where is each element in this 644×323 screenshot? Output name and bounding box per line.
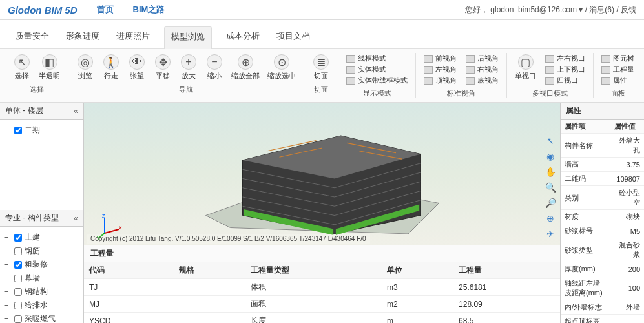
prop-row: 轴线距左墙皮距离(mm)100 <box>561 276 644 300</box>
mode-icon <box>601 55 610 63</box>
fly-icon[interactable]: ✈ <box>545 228 556 240</box>
tree-粗装修[interactable]: +粗装修 <box>4 258 79 271</box>
header-right: 您好， glodon_bim5d@126.com ▾ / 消息(6) / 反馈 <box>465 5 636 16</box>
tree-checkbox[interactable] <box>14 288 22 296</box>
tool-icon: 🚶 <box>103 54 119 70</box>
tool-放大[interactable]: +放大 <box>177 53 200 82</box>
tool-icon: ≣ <box>313 54 329 70</box>
mode-icon <box>466 77 475 85</box>
single-viewport-button[interactable]: ▢ 单视口 <box>512 53 539 82</box>
nav-bim-road[interactable]: BIM之路 <box>133 4 165 16</box>
expand-icon[interactable]: + <box>4 233 12 242</box>
expand-icon[interactable]: + <box>4 260 12 269</box>
orbit-icon[interactable]: ◉ <box>545 151 556 162</box>
tree-checkbox[interactable] <box>14 302 22 309</box>
tree-给排水[interactable]: +给排水 <box>4 298 79 312</box>
svg-line-21 <box>105 229 119 233</box>
user-menu[interactable]: glodon_bim5d@126.com ▾ <box>490 5 583 14</box>
tree-二期[interactable]: +二期 <box>4 123 79 137</box>
expand-icon[interactable]: + <box>4 274 12 283</box>
mode-线框模式[interactable]: 线框模式 <box>344 53 410 64</box>
tree-钢结构[interactable]: +钢结构 <box>4 285 79 298</box>
zoomin-icon[interactable]: 🔍 <box>545 182 556 193</box>
expand-icon[interactable]: + <box>4 301 12 310</box>
tree-checkbox[interactable] <box>14 275 22 282</box>
subnav-2[interactable]: 进度照片 <box>114 26 152 48</box>
qty-col: 规格 <box>174 262 245 279</box>
qty-col: 单位 <box>382 262 453 279</box>
expand-icon[interactable]: + <box>4 247 12 256</box>
mode-右视角[interactable]: 右视角 <box>463 64 501 75</box>
mode-工程量[interactable]: 工程量 <box>599 64 637 75</box>
expand-icon[interactable]: + <box>4 287 12 297</box>
tool-缩放全部[interactable]: ⊕缩放全部 <box>229 53 262 82</box>
subnav-5[interactable]: 项目文档 <box>274 26 313 48</box>
table-row[interactable]: YSCD长度m68.5 <box>84 313 560 324</box>
collapse-icon[interactable]: « <box>74 214 78 223</box>
tool-半透明[interactable]: ◧半透明 <box>36 53 63 82</box>
group-select: ↖选择◧半透明 选择 <box>5 53 68 98</box>
hand-icon[interactable]: ✋ <box>545 166 556 178</box>
tree-checkbox[interactable] <box>14 247 22 255</box>
table-row[interactable]: TJ体积m325.6181 <box>84 279 560 296</box>
tool-行走[interactable]: 🚶行走 <box>99 53 123 82</box>
tool-选择[interactable]: ↖选择 <box>10 53 34 82</box>
mode-图元树[interactable]: 图元树 <box>599 53 637 64</box>
subnav-4[interactable]: 成本分析 <box>223 26 262 48</box>
tree-checkbox[interactable] <box>14 234 22 242</box>
mode-顶视角[interactable]: 顶视角 <box>421 75 459 86</box>
tool-平移[interactable]: ✥平移 <box>151 53 174 82</box>
mode-左右视口[interactable]: 左右视口 <box>543 53 588 64</box>
tree-checkbox[interactable] <box>14 315 22 323</box>
zoomout-icon[interactable]: 🔎 <box>545 197 556 209</box>
collapse-icon[interactable]: « <box>74 107 78 116</box>
mode-上下视口[interactable]: 上下视口 <box>543 64 588 75</box>
expand-icon[interactable]: + <box>4 315 12 324</box>
tab-floor[interactable]: 单体 - 楼层« <box>0 103 83 120</box>
tree-checkbox[interactable] <box>14 261 22 269</box>
expand-icon[interactable]: + <box>4 126 12 135</box>
tool-icon: + <box>181 54 196 70</box>
prop-row: 内/外墙标志外墙 <box>561 300 644 315</box>
fit-icon[interactable]: ⊕ <box>545 213 556 224</box>
mode-属性[interactable]: 属性 <box>599 75 637 86</box>
mode-底视角[interactable]: 底视角 <box>463 75 501 86</box>
qty-col: 工程量 <box>453 262 560 279</box>
mode-左视角[interactable]: 左视角 <box>421 64 459 75</box>
tool-icon: ⊕ <box>238 54 253 70</box>
tree-checkbox[interactable] <box>14 127 22 134</box>
properties-panel: 属性 属性项 属性值 构件名称外墙大孔墙高3.75二维码109807类别砼小型空… <box>560 103 644 323</box>
tree-土建[interactable]: +土建 <box>4 231 79 244</box>
subnav-3[interactable]: 模型浏览 <box>164 26 212 49</box>
tree-采暖燃气[interactable]: +采暖燃气 <box>4 312 79 323</box>
arrow-icon[interactable]: ↖ <box>545 135 556 147</box>
tree-钢筋[interactable]: +钢筋 <box>4 244 79 258</box>
prop-row: 类别砼小型空 <box>561 186 644 210</box>
mode-前视角[interactable]: 前视角 <box>421 53 459 64</box>
prop-row: 二维码109807 <box>561 172 644 186</box>
messages-link[interactable]: 消息(6) <box>589 5 614 14</box>
mode-实体模式[interactable]: 实体模式 <box>344 64 410 75</box>
table-row[interactable]: MJ面积m2128.09 <box>84 296 560 313</box>
tool-缩小[interactable]: −缩小 <box>203 53 226 82</box>
tool-张望[interactable]: 👁张望 <box>125 53 149 82</box>
subnav-0[interactable]: 质量安全 <box>13 26 52 48</box>
tool-浏览[interactable]: ◎浏览 <box>74 53 97 82</box>
tab-profession[interactable]: 专业 - 构件类型« <box>0 210 83 227</box>
mode-icon <box>466 66 475 74</box>
tool-缩放选中[interactable]: ⊙缩放选中 <box>265 53 298 82</box>
mode-后视角[interactable]: 后视角 <box>463 53 501 64</box>
qty-col: 代码 <box>84 262 174 279</box>
quantity-tab[interactable]: 工程量 <box>84 245 560 262</box>
brand-logo: Glodon BIM 5D <box>8 5 78 16</box>
feedback-link[interactable]: 反馈 <box>621 5 636 14</box>
subnav-1[interactable]: 形象进度 <box>63 26 102 48</box>
mode-四视口[interactable]: 四视口 <box>543 75 588 86</box>
3d-viewport[interactable]: z x y ↖ ◉ ✋ 🔍 🔎 ⊕ ✈ Copyright (c) 2012 L… <box>84 103 560 245</box>
tool-切面[interactable]: ≣切面 <box>309 53 333 82</box>
nav-home[interactable]: 首页 <box>97 4 114 16</box>
group-section: ≣切面 切面 <box>304 53 338 98</box>
left-panel: 单体 - 楼层« +二期 专业 - 构件类型« +土建+钢筋+粗装修+幕墙+钢结… <box>0 103 84 323</box>
mode-实体带线框模式[interactable]: 实体带线框模式 <box>344 75 410 86</box>
tree-幕墙[interactable]: +幕墙 <box>4 271 79 285</box>
